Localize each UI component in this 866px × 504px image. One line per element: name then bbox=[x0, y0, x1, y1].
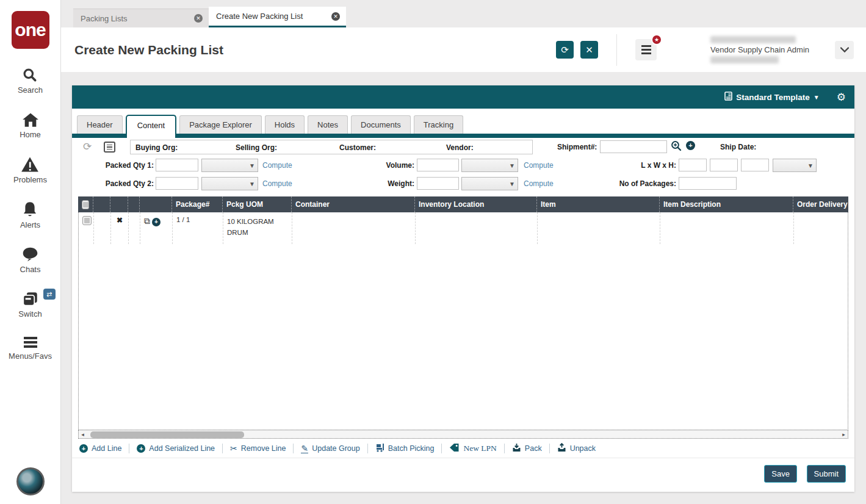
tab-package-explorer[interactable]: Package Explorer bbox=[179, 115, 262, 134]
save-button[interactable]: Save bbox=[764, 465, 797, 483]
update-group-button[interactable]: ✎Update Group bbox=[301, 444, 359, 453]
template-selector[interactable]: Standard Template ▼ bbox=[724, 92, 819, 103]
column-header-item-description[interactable]: Item Description bbox=[660, 196, 793, 212]
length-input[interactable] bbox=[679, 159, 707, 171]
column-header-container[interactable]: Container bbox=[292, 196, 415, 212]
order-delivery-cell[interactable] bbox=[794, 212, 848, 244]
volume-input[interactable] bbox=[417, 159, 459, 171]
tab-content[interactable]: Content bbox=[126, 115, 177, 138]
favorites-menu-button[interactable]: ★ bbox=[635, 39, 657, 60]
unpack-button[interactable]: Unpack bbox=[557, 443, 596, 454]
refresh-grid-icon[interactable]: ⟳ bbox=[83, 140, 92, 153]
packed-qty2-uom-select[interactable]: ▼ bbox=[201, 177, 258, 190]
tab-holds[interactable]: Holds bbox=[265, 115, 305, 134]
compute-volume-link[interactable]: Compute bbox=[524, 161, 554, 170]
weight-input[interactable] bbox=[417, 177, 459, 190]
user-menu-chevron[interactable] bbox=[835, 41, 854, 59]
inventory-location-cell[interactable] bbox=[416, 212, 538, 244]
select-all-checkbox[interactable] bbox=[82, 200, 89, 209]
tab-documents[interactable]: Documents bbox=[351, 115, 411, 134]
tab-header[interactable]: Header bbox=[77, 115, 123, 134]
lookup-magnifier-icon[interactable] bbox=[671, 140, 682, 153]
add-shipment-icon[interactable]: + bbox=[686, 141, 695, 150]
container-cell[interactable] bbox=[292, 212, 416, 244]
user-avatar[interactable] bbox=[16, 467, 45, 495]
column-header-item[interactable]: Item bbox=[537, 196, 660, 212]
menu-lines-icon bbox=[641, 49, 651, 51]
gear-icon[interactable]: ⚙ bbox=[837, 91, 846, 104]
workspace-tab-create-packing-list[interactable]: Create New Packing List ✕ bbox=[209, 7, 346, 27]
scroll-left-icon[interactable]: ◂ bbox=[79, 431, 87, 438]
row-checkbox[interactable] bbox=[82, 216, 92, 225]
new-lpn-label: New LPN bbox=[463, 444, 496, 453]
one-logo[interactable]: one bbox=[12, 11, 49, 49]
toolbar-divider bbox=[549, 444, 550, 453]
column-header-package[interactable]: Package# bbox=[172, 196, 223, 212]
column-header-pckg-uom[interactable]: Pckg UOM bbox=[223, 196, 292, 212]
grid-header-cell bbox=[110, 196, 128, 212]
card-footer: Save Submit bbox=[72, 458, 854, 491]
scrollbar-track[interactable] bbox=[87, 431, 840, 438]
compute-qty1-link[interactable]: Compute bbox=[262, 161, 292, 170]
workspace-tab-label: Packing Lists bbox=[81, 14, 128, 23]
switch-badge-icon[interactable]: ⇄ bbox=[43, 289, 56, 300]
column-header-inventory-location[interactable]: Inventory Location bbox=[415, 196, 537, 212]
packed-qty1-uom-select[interactable]: ▼ bbox=[201, 159, 258, 172]
sidebar-item-home[interactable]: Home bbox=[20, 112, 41, 139]
column-header-order-delivery[interactable]: Order Delivery Sc bbox=[793, 196, 848, 212]
select-all-cell bbox=[78, 196, 93, 212]
lwh-uom-select[interactable]: ▼ bbox=[773, 159, 817, 172]
sidebar-item-search[interactable]: Search bbox=[18, 67, 43, 95]
remove-line-button[interactable]: ✂Remove Line bbox=[230, 444, 286, 453]
tab-tracking[interactable]: Tracking bbox=[414, 115, 463, 134]
sidebar-item-alerts[interactable]: Alerts bbox=[20, 201, 40, 229]
chevron-down-icon bbox=[840, 45, 849, 54]
sidebar-item-menus-favs[interactable]: Menus/Favs bbox=[9, 336, 52, 361]
delete-row-icon[interactable]: ✖ bbox=[117, 216, 123, 225]
height-input[interactable] bbox=[741, 159, 769, 171]
menu-lines-icon bbox=[641, 45, 651, 47]
new-lpn-button[interactable]: New LPN bbox=[449, 443, 496, 454]
copy-row-icon[interactable]: ⧉ bbox=[144, 216, 150, 226]
app-root: one Search Home Problems Alerts Chats ⇄ … bbox=[0, 0, 866, 504]
scroll-right-icon[interactable]: ▸ bbox=[840, 431, 848, 438]
compute-weight-link[interactable]: Compute bbox=[524, 179, 554, 188]
pack-button[interactable]: Pack bbox=[512, 443, 542, 454]
sidebar-item-switch[interactable]: ⇄ Switch bbox=[18, 291, 41, 319]
compute-qty2-link[interactable]: Compute bbox=[262, 179, 292, 188]
width-input[interactable] bbox=[710, 159, 738, 171]
scrollbar-thumb[interactable] bbox=[90, 431, 244, 438]
add-row-icon[interactable]: + bbox=[152, 218, 161, 226]
refresh-button[interactable]: ⟳ bbox=[556, 41, 574, 59]
close-tab-icon[interactable]: ✕ bbox=[194, 14, 203, 23]
tab-notes[interactable]: Notes bbox=[308, 115, 348, 134]
workspace-tab-packing-lists[interactable]: Packing Lists ✕ bbox=[73, 9, 209, 27]
pckg-uom-cell[interactable]: 10 KILOGRAM DRUM bbox=[223, 212, 292, 244]
add-line-button[interactable]: +Add Line bbox=[79, 444, 121, 453]
pack-label: Pack bbox=[525, 444, 542, 453]
grid-header-row: Package# Pckg UOM Container Inventory Lo… bbox=[78, 196, 848, 212]
grid-menu-icon[interactable] bbox=[104, 142, 115, 153]
close-tab-icon[interactable]: ✕ bbox=[331, 12, 340, 21]
sidebar-item-chats[interactable]: Chats bbox=[20, 247, 41, 274]
submit-button[interactable]: Submit bbox=[807, 465, 846, 483]
add-serialized-line-button[interactable]: +Add Serialized Line bbox=[137, 444, 215, 453]
horizontal-scrollbar[interactable]: ◂ ▸ bbox=[78, 430, 848, 439]
toolbar-divider bbox=[222, 444, 223, 453]
customer-label: Customer: bbox=[339, 143, 376, 152]
table-row: ✖ ⧉+ 1 / 1 10 KILOGRAM DRUM bbox=[79, 212, 848, 244]
shipment-input[interactable] bbox=[600, 140, 667, 153]
packed-qty2-input[interactable] bbox=[156, 177, 198, 190]
packed-qty1-input[interactable] bbox=[156, 159, 198, 171]
package-num-cell[interactable]: 1 / 1 bbox=[173, 212, 223, 244]
item-cell[interactable] bbox=[538, 212, 660, 244]
batch-picking-button[interactable]: Batch Picking bbox=[375, 443, 435, 454]
org-summary-box[interactable]: Buying Org: Selling Org: Customer: Vendo… bbox=[130, 140, 533, 154]
no-of-packages-input[interactable] bbox=[679, 177, 737, 190]
close-page-button[interactable]: ✕ bbox=[580, 41, 598, 59]
toolbar-divider bbox=[504, 444, 505, 453]
item-description-cell[interactable] bbox=[660, 212, 794, 244]
volume-uom-select[interactable]: ▼ bbox=[461, 159, 518, 172]
weight-uom-select[interactable]: ▼ bbox=[461, 177, 518, 190]
sidebar-item-problems[interactable]: Problems bbox=[13, 156, 47, 184]
